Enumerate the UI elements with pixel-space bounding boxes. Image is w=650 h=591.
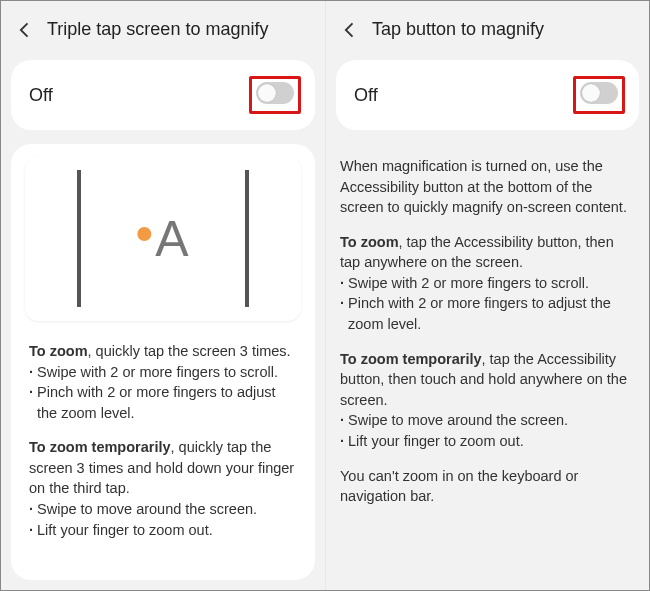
- footer-text: You can't zoom in on the keyboard or nav…: [340, 466, 635, 507]
- pane-tap-button: Tap button to magnify Off When magnifica…: [325, 1, 649, 590]
- pane-triple-tap: Triple tap screen to magnify Off A To zo…: [1, 1, 325, 590]
- info-card: A To zoom, quickly tap the screen 3 time…: [11, 144, 315, 580]
- highlight-box: [249, 76, 301, 114]
- header: Tap button to magnify: [326, 1, 649, 50]
- dot-icon: [137, 227, 151, 241]
- toggle-switch[interactable]: [256, 82, 294, 104]
- header: Triple tap screen to magnify: [1, 1, 325, 50]
- description-text: When magnification is turned on, use the…: [326, 156, 649, 507]
- highlight-box: [573, 76, 625, 114]
- toggle-switch[interactable]: [580, 82, 618, 104]
- master-toggle-row[interactable]: Off: [11, 60, 315, 130]
- toggle-label: Off: [354, 85, 378, 106]
- back-icon[interactable]: [340, 20, 360, 40]
- back-icon[interactable]: [15, 20, 35, 40]
- intro-text: When magnification is turned on, use the…: [340, 156, 635, 218]
- illustration: A: [25, 156, 301, 321]
- description-text: To zoom, quickly tap the screen 3 times.…: [25, 341, 301, 540]
- letter-a-icon: A: [155, 214, 188, 264]
- page-title: Tap button to magnify: [372, 19, 544, 40]
- page-title: Triple tap screen to magnify: [47, 19, 268, 40]
- master-toggle-row[interactable]: Off: [336, 60, 639, 130]
- toggle-label: Off: [29, 85, 53, 106]
